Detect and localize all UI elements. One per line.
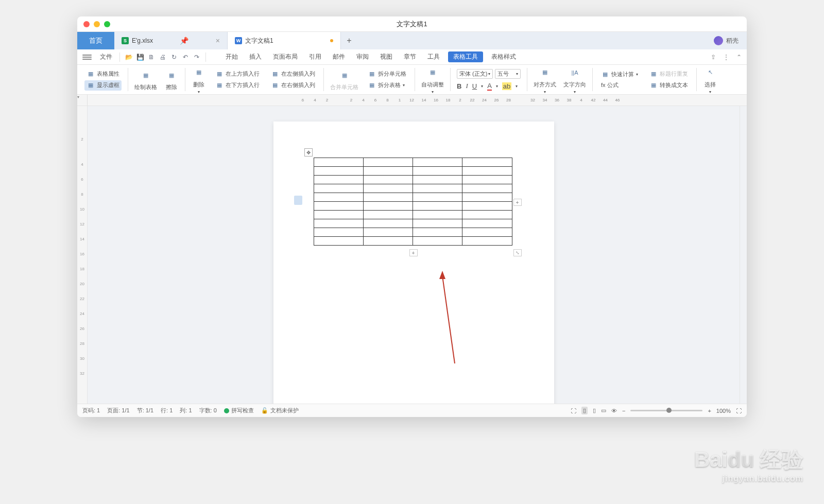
print-preview-icon[interactable]: 🗎 — [147, 53, 156, 62]
show-dashed-button[interactable]: ▦显示虚框 — [84, 80, 122, 91]
view-read-icon[interactable]: 👁 — [611, 408, 617, 414]
table-move-handle[interactable]: ✥ — [304, 148, 313, 157]
document-area[interactable]: ✥ + + ⤡ — [88, 106, 740, 404]
table-cell[interactable] — [462, 228, 512, 237]
draw-table-button[interactable]: ▦绘制表格 — [131, 67, 160, 92]
status-page-no[interactable]: 页码: 1 — [82, 407, 100, 414]
auto-adjust-button[interactable]: ▦自动调整▾ — [418, 64, 447, 95]
table-cell[interactable] — [462, 158, 512, 167]
save-icon[interactable]: 💾 — [135, 53, 145, 62]
view-page-icon[interactable]: ▯ — [581, 407, 588, 414]
tab-mail[interactable]: 邮件 — [330, 51, 348, 62]
italic-button[interactable]: I — [466, 82, 468, 90]
tab-table-style[interactable]: 表格样式 — [488, 51, 519, 62]
zoom-level[interactable]: 100% — [716, 408, 731, 414]
table-cell[interactable] — [462, 237, 512, 246]
font-color-button[interactable]: A — [487, 82, 492, 91]
pin-icon[interactable]: 📌 — [180, 37, 188, 45]
user-account[interactable]: 稻壳 — [714, 32, 747, 49]
table-cell[interactable] — [462, 211, 512, 219]
refresh-icon[interactable]: ↻ — [169, 53, 179, 62]
tab-reference[interactable]: 引用 — [306, 51, 324, 62]
document-table[interactable] — [314, 158, 512, 246]
table-cell[interactable] — [363, 219, 413, 228]
table-cell[interactable] — [462, 176, 512, 184]
bold-button[interactable]: B — [457, 82, 461, 90]
table-cell[interactable] — [363, 228, 413, 237]
view-outline-icon[interactable]: ▯ — [593, 407, 596, 414]
table-row[interactable] — [314, 202, 512, 211]
print-icon[interactable]: 🖨 — [158, 53, 167, 62]
table-cell[interactable] — [363, 237, 413, 246]
table-cell[interactable] — [462, 184, 512, 193]
status-words[interactable]: 字数: 0 — [199, 407, 217, 414]
resize-handle[interactable]: ⤡ — [513, 249, 522, 256]
quick-calc-button[interactable]: ▦快速计算▾ — [599, 69, 640, 79]
fullscreen-icon[interactable]: ⛶ — [736, 408, 742, 414]
table-cell[interactable] — [413, 211, 462, 219]
merge-cells-button[interactable]: ▦合并单元格 — [327, 67, 362, 92]
table-cell[interactable] — [462, 202, 512, 211]
page-indicator-icon[interactable] — [294, 196, 302, 205]
tab-start[interactable]: 开始 — [222, 51, 241, 62]
table-cell[interactable] — [363, 167, 413, 176]
table-cell[interactable] — [314, 228, 363, 237]
table-cell[interactable] — [413, 167, 462, 176]
table-cell[interactable] — [462, 193, 512, 202]
table-row[interactable] — [314, 211, 512, 219]
tab-tools[interactable]: 工具 — [424, 51, 443, 62]
tab-spreadsheet[interactable]: S E'g.xlsx 📌 × — [114, 32, 228, 49]
tab-section[interactable]: 章节 — [401, 51, 419, 62]
table-cell[interactable] — [413, 193, 462, 202]
status-col[interactable]: 列: 1 — [180, 407, 192, 414]
tab-table-tools[interactable]: 表格工具 — [448, 51, 483, 62]
table-cell[interactable] — [413, 237, 462, 246]
table-row[interactable] — [314, 219, 512, 228]
table-cell[interactable] — [413, 202, 462, 211]
table-cell[interactable] — [413, 184, 462, 193]
table-cell[interactable] — [413, 228, 462, 237]
delete-button[interactable]: ▦删除▾ — [188, 64, 209, 95]
insert-col-right-button[interactable]: ▦在右侧插入列 — [269, 80, 317, 91]
collapse-ribbon-icon[interactable]: ⌃ — [736, 54, 742, 61]
horizontal-ruler[interactable]: ▾ 64224681121416182222426283234363844244… — [77, 95, 747, 106]
table-cell[interactable] — [314, 176, 363, 184]
tab-view[interactable]: 视图 — [377, 51, 396, 62]
table-cell[interactable] — [413, 219, 462, 228]
underline-button[interactable]: U — [472, 82, 477, 90]
view-crop-icon[interactable]: ⛶ — [571, 408, 576, 414]
redo-icon[interactable]: ↷ — [192, 53, 201, 62]
status-line[interactable]: 行: 1 — [161, 407, 173, 414]
table-row[interactable] — [314, 193, 512, 202]
tab-layout[interactable]: 页面布局 — [270, 51, 301, 62]
split-cells-button[interactable]: ▦拆分单元格 — [366, 69, 408, 79]
table-cell[interactable] — [363, 193, 413, 202]
status-section[interactable]: 节: 1/1 — [137, 407, 153, 414]
select-button[interactable]: ↖选择▾ — [700, 64, 720, 95]
undo-icon[interactable]: ↶ — [181, 53, 190, 62]
zoom-out-button[interactable]: − — [622, 408, 625, 414]
table-row[interactable] — [314, 158, 512, 167]
status-spellcheck[interactable]: 拼写检查 — [224, 407, 254, 414]
add-col-handle[interactable]: + — [513, 199, 522, 206]
header-repeat-button[interactable]: ▦标题行重复 — [647, 69, 690, 79]
table-cell[interactable] — [314, 193, 363, 202]
align-button[interactable]: ▦对齐方式▾ — [530, 64, 559, 95]
view-web-icon[interactable]: ▭ — [601, 407, 606, 414]
table-cell[interactable] — [314, 184, 363, 193]
table-cell[interactable] — [314, 202, 363, 211]
table-cell[interactable] — [363, 176, 413, 184]
new-tab-button[interactable]: + — [341, 32, 357, 49]
file-menu[interactable]: 文件 — [97, 53, 115, 61]
table-cell[interactable] — [462, 219, 512, 228]
table-cell[interactable] — [363, 202, 413, 211]
table-cell[interactable] — [314, 237, 363, 246]
tab-review[interactable]: 审阅 — [353, 51, 372, 62]
insert-row-below-button[interactable]: ▦在下方插入行 — [213, 80, 262, 91]
table-properties-button[interactable]: ▦表格属性 — [84, 69, 122, 79]
close-window-button[interactable] — [83, 21, 90, 27]
font-family-select[interactable]: 宋体 (正文)▾ — [457, 69, 493, 79]
tab-insert[interactable]: 插入 — [246, 51, 265, 62]
split-table-button[interactable]: ▦拆分表格▾ — [366, 80, 408, 91]
table-row[interactable] — [314, 167, 512, 176]
